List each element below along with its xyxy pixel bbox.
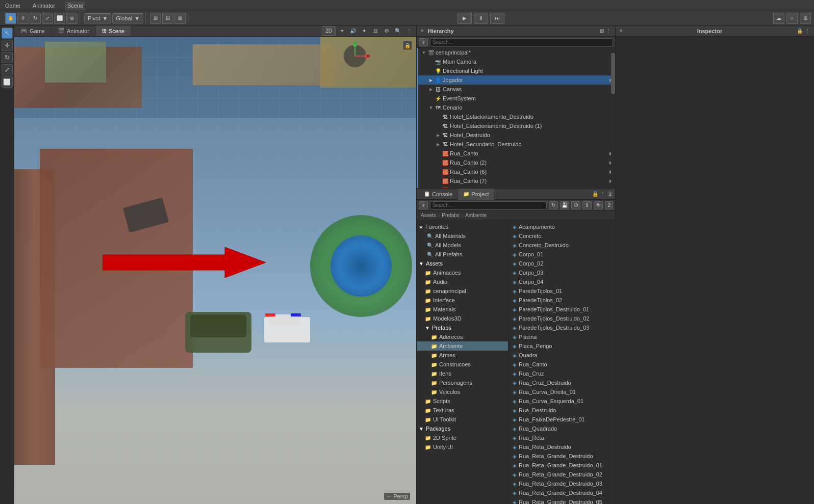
grid3-btn[interactable]: ⊠ — [174, 13, 186, 24]
asset-item-paredetijolos-destruido-01[interactable]: ◈ParedeTijolos_Destruido_01 — [508, 305, 615, 314]
asset-item-rua-canto[interactable]: ◈Rua_Canto — [508, 360, 615, 369]
tab-project[interactable]: 📁 Project — [458, 189, 494, 200]
scene-3d-view[interactable]: ← Persp 🔒 — [14, 37, 416, 504]
asset-item-corpo-03[interactable]: ◈Corpo_03 — [508, 268, 615, 277]
hierarchy-more-btn[interactable]: ⋮ — [606, 28, 611, 34]
rect-tool-btn[interactable]: ⬜ — [54, 13, 65, 24]
folder-modelos3d[interactable]: 📁 Modelos3D — [417, 314, 508, 323]
collab-btn[interactable]: ☁ — [773, 13, 784, 24]
scene-more-btn[interactable]: ⋮ — [404, 26, 414, 36]
asset-item-rua-reta-grande-destruido-05[interactable]: ◈Rua_Reta_Grande_Destruido_05 — [508, 497, 615, 504]
asset-item-rua-cruz-destruido[interactable]: ◈Rua_Cruz_Destruido — [508, 378, 615, 387]
menu-game[interactable]: Game — [3, 2, 22, 10]
tree-item-cenario[interactable]: ▼ 🗺 Cenario — [418, 103, 615, 112]
scene-viewport-container[interactable]: ← Persp 🔒 — [14, 37, 416, 504]
2d-btn[interactable]: 2D — [322, 26, 336, 36]
packages-header[interactable]: ▼ Packages — [417, 424, 508, 433]
layout-btn[interactable]: ⊞ — [800, 13, 811, 24]
project-save-btn[interactable]: 💾 — [560, 201, 569, 209]
folder-texturas[interactable]: 📁 Texturas — [417, 406, 508, 415]
asset-item-concreto-destruido[interactable]: ◈Concreto_Destruido — [508, 241, 615, 250]
breadcrumb-ambiente[interactable]: Ambiente — [465, 213, 487, 218]
asset-item-paredetijolos-02[interactable]: ◈ParedeTijolos_02 — [508, 296, 615, 305]
hierarchy-scroll-thumb[interactable] — [611, 53, 615, 94]
breadcrumb-assets[interactable]: Assets — [421, 213, 436, 218]
folder-prefabs[interactable]: ▼ Prefabs — [417, 323, 508, 332]
hierarchy-add-btn[interactable]: + — [419, 38, 428, 46]
move-tool-btn[interactable]: ✛ — [17, 13, 29, 24]
pause-btn[interactable]: ⏸ — [474, 13, 488, 24]
project-eye-btn[interactable]: 👁 — [594, 201, 603, 209]
asset-item-rua-reta-destruido[interactable]: ◈Rua_Reta_Destruido — [508, 442, 615, 452]
asset-item-paredetijolos-destruido-02[interactable]: ◈ParedeTijolos_Destruido_02 — [508, 314, 615, 323]
folder-all-prefabs[interactable]: 🔍 All Prefabs — [417, 250, 508, 259]
play-btn[interactable]: ▶ — [457, 13, 472, 24]
scene-fx-btn[interactable]: ✦ — [359, 26, 369, 36]
grid-btn[interactable]: ⊞ — [150, 13, 161, 24]
tab-animator[interactable]: 🎬 Animator — [52, 25, 96, 36]
tree-item-hotel-est2[interactable]: 🏗 Hotel_Estacionamento_Destruido (1) — [418, 121, 615, 130]
menu-animator[interactable]: Animator — [31, 2, 57, 10]
hierarchy-scrollbar[interactable] — [611, 48, 615, 188]
asset-item-corpo-04[interactable]: ◈Corpo_04 — [508, 277, 615, 286]
tree-item-hotel-des[interactable]: ▶ 🏗 Hotel_Destruido — [418, 130, 615, 140]
project-settings-btn[interactable]: ⚙ — [571, 201, 580, 209]
asset-item-rua-reta-grande-destruido-03[interactable]: ◈Rua_Reta_Grande_Destruido_03 — [508, 479, 615, 488]
asset-item-piscina[interactable]: ◈Piscina — [508, 332, 615, 341]
folder-2d-sprite[interactable]: 📁 2D Sprite — [417, 433, 508, 442]
folder-ui-toolkit[interactable]: 📁 UI Toolkit — [417, 415, 508, 424]
tree-item-jogador[interactable]: ▶ 👤 Jogador ▶ — [418, 75, 615, 85]
hierarchy-lock-btn[interactable]: ⊞ — [600, 28, 604, 34]
asset-item-acampamento[interactable]: ◈Acampamento — [508, 222, 615, 231]
global-dropdown[interactable]: Global ▼ — [112, 13, 143, 23]
asset-item-rua-reta-grande-destruido-02[interactable]: ◈Rua_Reta_Grande_Destruido_02 — [508, 470, 615, 479]
select-tool[interactable]: ↖ — [2, 28, 13, 39]
folder-veiculos[interactable]: 📁 Veiculos — [417, 387, 508, 396]
asset-item-rua-faixadepedestre-01[interactable]: ◈Rua_FaixaDePedestre_01 — [508, 415, 615, 424]
asset-item-rua-reta-grande-destruido-01[interactable]: ◈Rua_Reta_Grande_Destruido_01 — [508, 461, 615, 470]
folder-all-materials[interactable]: 🔍 All Materials — [417, 231, 508, 241]
folder-construcoes[interactable]: 📁 Construcoes — [417, 360, 508, 369]
cp-lock-btn[interactable]: 🔒 — [592, 191, 598, 197]
scene-audio-btn[interactable]: 🔊 — [348, 26, 358, 36]
rotate-tool[interactable]: ↻ — [2, 52, 13, 63]
folder-personagens[interactable]: 📁 Personagens — [417, 378, 508, 387]
tree-item-hotel-est[interactable]: 🏗 Hotel_Estacionamento_Destruido — [418, 112, 615, 121]
folder-unity-ui[interactable]: 📁 Unity UI — [417, 442, 508, 452]
asset-item-corpo-02[interactable]: ◈Corpo_02 — [508, 259, 615, 268]
asset-item-rua-curva-direita-01[interactable]: ◈Rua_Curva_Direita_01 — [508, 387, 615, 396]
asset-item-rua-curva-esquerda-01[interactable]: ◈Rua_Curva_Esquerda_01 — [508, 396, 615, 406]
folder-scripts[interactable]: 📁 Scripts — [417, 396, 508, 406]
asset-item-rua-destruido[interactable]: ◈Rua_Destruido — [508, 406, 615, 415]
tree-item-cenaprincipal[interactable]: ▼ 🎬 cenaprincipal* — [418, 48, 615, 57]
favorites-header[interactable]: ★ Favorites — [417, 222, 508, 231]
asset-item-paredetijolos-01[interactable]: ◈ParedeTijolos_01 — [508, 286, 615, 296]
folder-materiais[interactable]: 📁 Materiais — [417, 305, 508, 314]
tree-item-rua-canto3[interactable]: 🧱 Rua_Canto (3) ▶ — [418, 185, 615, 188]
cp-more-btn[interactable]: ⋮ — [600, 191, 605, 197]
tab-game[interactable]: 🎮 Game — [14, 25, 52, 36]
project-add-btn[interactable]: + — [419, 201, 428, 209]
grid2-btn[interactable]: ⊟ — [162, 13, 173, 24]
hand-tool-btn[interactable]: ✋ — [5, 13, 16, 24]
asset-item-rua-quadrado[interactable]: ◈Rua_Quadrado — [508, 424, 615, 433]
asset-item-quadra[interactable]: ◈Quadra — [508, 351, 615, 360]
menu-scene[interactable]: Scene — [65, 2, 85, 10]
hierarchy-search-input[interactable] — [430, 38, 613, 46]
layers-btn[interactable]: ≡ — [786, 13, 798, 24]
tree-item-main-camera[interactable]: 📷 Main Camera — [418, 57, 615, 66]
asset-item-rua-cruz[interactable]: ◈Rua_Cruz — [508, 369, 615, 378]
tree-item-rua-canto7[interactable]: 🧱 Rua_Canto (7) ▶ — [418, 176, 615, 185]
tree-item-canvas[interactable]: ▶ 🖼 Canvas — [418, 85, 615, 94]
scene-scene-btn[interactable]: ⊟ — [370, 26, 380, 36]
folder-armas[interactable]: 📁 Armas — [417, 351, 508, 360]
folder-audio[interactable]: 📁 Audio — [417, 277, 508, 286]
folder-ambiente[interactable]: 📁 Ambiente — [417, 341, 508, 351]
asset-item-rua-reta-grande-destruido[interactable]: ◈Rua_Reta_Grande_Destruido — [508, 452, 615, 461]
step-btn[interactable]: ⏭ — [490, 13, 504, 24]
assets-header[interactable]: ▼ Assets — [417, 259, 508, 268]
scale-tool[interactable]: ⤢ — [2, 64, 13, 75]
folder-cenaprincipal[interactable]: 📁 cenaprincipal — [417, 286, 508, 296]
asset-item-placa-perigo[interactable]: ◈Placa_Perigo — [508, 341, 615, 351]
project-info-btn[interactable]: ℹ — [582, 201, 592, 209]
